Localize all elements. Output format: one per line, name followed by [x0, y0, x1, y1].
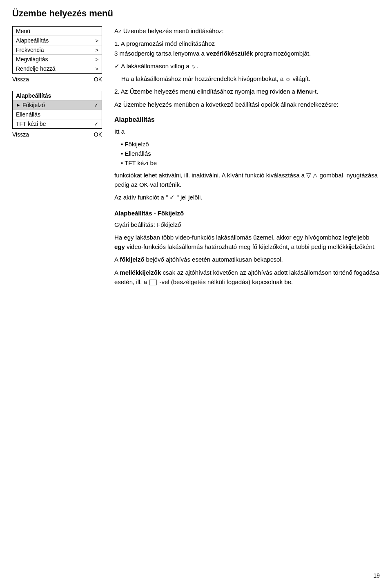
menu-item-frekvencia: Frekvencia > — [13, 45, 102, 55]
check1b-text: Ha a lakásállomáshoz már hozzárendeltek … — [121, 75, 310, 82]
bullet-tft: TFT kézi be — [121, 158, 380, 168]
bullet-fokijelzo: Főkijelző — [121, 139, 380, 149]
top-menu-box: Menü Alapbeállítás > Frekvencia > Megvil… — [12, 26, 102, 74]
menu-item-alapbeallitas-arrow: > — [95, 38, 98, 44]
bullet-ellenallas: Ellenállás — [121, 149, 380, 158]
check1: ✓ A lakásállomáson villog a ☼. — [114, 61, 380, 71]
foikijelzo-arrow-icon: ► — [16, 102, 21, 108]
step2-heading: 2. Az Üzembe helyezés menü elindításához — [114, 88, 233, 95]
right-content: Az Üzembe helyezés menü indításához: 1. … — [114, 26, 380, 290]
itt-a-text: Itt a — [114, 127, 380, 136]
step3: Az Üzembe helyezés menüben a következő b… — [114, 100, 380, 109]
para3-a: A — [114, 269, 120, 276]
top-menu-back[interactable]: Vissza — [12, 76, 29, 83]
menu-item-frekvencia-label: Frekvencia — [16, 47, 44, 53]
bottom-menu-item-fokijlezo: ► Főkijelző ✓ — [13, 101, 102, 110]
inline-box-icon — [149, 280, 157, 285]
menu-item-megvilagitas: Megvilágítás > — [13, 55, 102, 64]
bottom-menu-title-row: Alapbeállítás — [13, 91, 102, 101]
menu-item-megvilagitas-label: Megvilágítás — [16, 56, 48, 63]
top-menu-ok[interactable]: OK — [94, 76, 102, 83]
para3: A mellékkijelzők csak az ajtóhívást köve… — [114, 268, 380, 287]
bottom-menu-title: Alapbeállítás — [16, 92, 51, 99]
section1-title: Alapbeállítás — [114, 115, 380, 125]
para2-a: A — [114, 256, 120, 263]
bottom-menu-nav: Vissza OK — [12, 131, 102, 138]
left-panel: Menü Alapbeállítás > Frekvencia > Megvil… — [12, 26, 102, 138]
nav-triangles: ▽ △ — [306, 172, 319, 179]
step1-text: 3 másodpercig tartsa lenyomva a vezérlők… — [114, 50, 311, 57]
para1: Ha egy lakásban több video-funkciós laká… — [114, 233, 380, 252]
bottom-menu-box: Alapbeállítás ► Főkijelző ✓ Ellenállás T… — [12, 91, 102, 129]
para3-d: -vel (beszélgetés nélküli fogadás) kapcs… — [159, 278, 293, 285]
foikijelzo-check: ✓ — [94, 102, 98, 108]
gyari-text: Gyári beállítás: Főkijelző — [114, 220, 380, 229]
foikijelzo-label: Főkijelző — [22, 102, 45, 108]
ellenallas-label: Ellenállás — [16, 111, 40, 118]
menu-item-frekvencia-arrow: > — [95, 47, 98, 53]
step2-text: nyomja meg röviden a Menu-t. — [235, 88, 318, 95]
check1b: Ha a lakásállomáshoz már hozzárendeltek … — [114, 74, 380, 83]
step1: 1. A programozási mód elindításához 3 má… — [114, 39, 380, 58]
menu-item-alapbeallitas-label: Alapbeállítás — [16, 37, 49, 44]
menu-item-megvilagitas-arrow: > — [95, 56, 98, 63]
menu-item-menu: Menü — [13, 27, 102, 36]
menu-item-rendelje: Rendelje hozzá > — [13, 64, 102, 73]
menu-item-rendelje-arrow: > — [95, 66, 98, 72]
step2: 2. Az Üzembe helyezés menü elindításához… — [114, 87, 380, 96]
main-layout: Menü Alapbeállítás > Frekvencia > Megvil… — [12, 26, 380, 290]
section2-title: Alapbeállítás - Főkijelző — [114, 208, 380, 218]
para2-c: bejövő ajtóhívás esetén automatikusan be… — [144, 256, 283, 263]
para3-b: mellékkijelzők — [120, 269, 161, 276]
intro-heading: Az Üzembe helyezés menü indításához: — [114, 26, 380, 36]
page-number: 19 — [373, 572, 380, 579]
bottom-menu-item-tft: TFT kézi be ✓ — [13, 119, 102, 128]
menu-item-rendelje-label: Rendelje hozzá — [16, 65, 56, 72]
tft-check: ✓ — [94, 121, 98, 127]
bottom-menu-back[interactable]: Vissza — [12, 131, 29, 138]
tft-label: TFT kézi be — [16, 121, 46, 127]
bottom-menu-item-ellenallas: Ellenállás — [13, 110, 102, 119]
func-text: funkciókat lehet aktiválni, ill. inaktiv… — [114, 172, 305, 179]
para1-text: Ha egy lakásban több video-funkciós laká… — [114, 234, 376, 250]
para2-b: főkijelző — [120, 256, 144, 263]
menu-item-alapbeallitas: Alapbeállítás > — [13, 36, 102, 45]
para2: A főkijelző bejövő ajtóhívás esetén auto… — [114, 255, 380, 264]
top-menu-nav: Vissza OK — [12, 76, 102, 83]
aktiv-text: Az aktív funkciót a " ✓ " jel jelöli. — [114, 193, 380, 202]
menu-item-menu-label: Menü — [16, 28, 30, 34]
func-paragraph: funkciókat lehet aktiválni, ill. inaktiv… — [114, 170, 380, 190]
step1-heading: 1. A programozási mód elindításához — [114, 40, 215, 47]
check1-text: A lakásállomáson villog a ☼. — [121, 63, 198, 69]
function-list: Főkijelző Ellenállás TFT kézi be — [114, 139, 380, 168]
bottom-menu-ok[interactable]: OK — [94, 131, 102, 138]
page-title: Üzembe helyezés menü — [12, 8, 380, 19]
